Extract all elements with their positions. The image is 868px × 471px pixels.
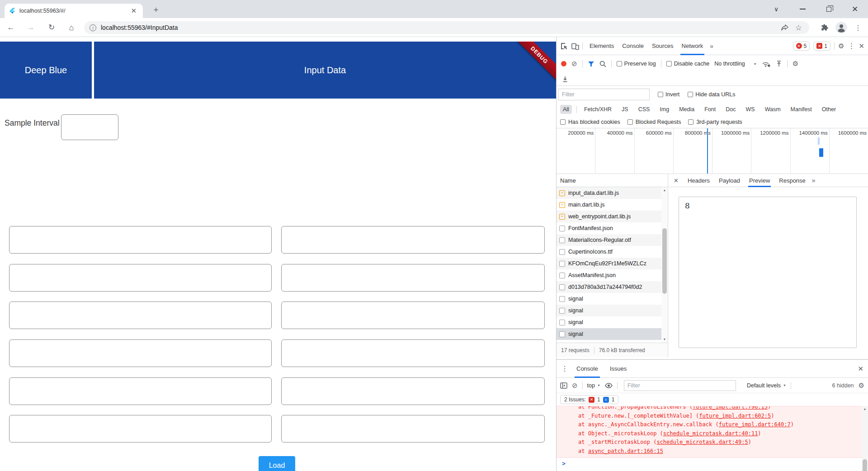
detail-tab-preview[interactable]: Preview	[745, 174, 774, 187]
more-detail-tabs-icon[interactable]: »	[812, 177, 816, 184]
scroll-up-icon[interactable]: ▲	[862, 406, 868, 412]
checkbox-icon[interactable]	[666, 61, 672, 66]
devtools-tab-network[interactable]: Network	[678, 37, 708, 55]
network-option-blocked-requests[interactable]: Blocked Requests	[627, 119, 681, 125]
clear-network-log-icon[interactable]: ⊘	[571, 60, 577, 68]
detail-tab-response[interactable]: Response	[774, 174, 810, 187]
data-input-field[interactable]	[9, 377, 272, 405]
data-input-field[interactable]	[9, 226, 272, 254]
network-request-row[interactable]: MaterialIcons-Regular.otf	[557, 234, 662, 246]
checkbox-icon[interactable]	[688, 92, 693, 97]
network-request-row[interactable]: signal	[557, 316, 662, 328]
name-column-header[interactable]: Name	[557, 174, 668, 187]
checkbox-icon[interactable]	[688, 119, 693, 125]
load-button[interactable]: Load	[259, 456, 295, 471]
type-filter-wasm[interactable]: Wasm	[762, 105, 783, 114]
type-filter-doc[interactable]: Doc	[723, 105, 738, 114]
checkbox-icon[interactable]	[627, 119, 633, 125]
data-input-field[interactable]	[281, 301, 545, 329]
checkbox-icon[interactable]	[560, 119, 566, 125]
type-filter-media[interactable]: Media	[676, 105, 697, 114]
network-request-row[interactable]: CupertinoIcons.ttf	[557, 246, 662, 258]
type-filter-fetch-xhr[interactable]: Fetch/XHR	[581, 105, 614, 114]
network-request-row[interactable]: signal	[557, 328, 662, 340]
type-filter-css[interactable]: CSS	[636, 105, 653, 114]
scrollbar-thumb[interactable]	[863, 459, 867, 471]
issues-counter-pill[interactable]: 2 Issues: ✕ 1 ≡ 1	[560, 395, 618, 404]
preserve-log-checkbox[interactable]: Preserve log	[617, 61, 656, 67]
type-filter-all[interactable]: All	[560, 105, 572, 114]
window-restore-button[interactable]	[816, 0, 842, 18]
source-location-link[interactable]: schedule_microtask.dart:49:5	[656, 439, 748, 445]
throttling-select[interactable]: No throttling ▼	[714, 61, 756, 67]
data-input-field[interactable]	[9, 301, 272, 329]
new-tab-button[interactable]: +	[150, 5, 162, 16]
bookmark-star-icon[interactable]: ☆	[795, 23, 802, 33]
tab-close-icon[interactable]: ✕	[129, 7, 138, 15]
invert-checkbox[interactable]: Invert	[658, 91, 679, 98]
detail-tab-headers[interactable]: Headers	[683, 174, 714, 187]
devtools-close-icon[interactable]: ✕	[859, 42, 864, 50]
console-error-message[interactable]: at Function._propagateToListeners (futur…	[557, 406, 862, 458]
window-minimize-button[interactable]	[789, 0, 816, 18]
network-request-row[interactable]: signal	[557, 293, 662, 305]
window-close-button[interactable]: ✕	[842, 0, 868, 18]
devtools-menu-icon[interactable]: ⋮	[848, 42, 855, 50]
source-location-link[interactable]: schedule_microtask.dart:40:11	[663, 430, 758, 437]
console-drawer-tab-console[interactable]: Console	[575, 360, 600, 378]
data-input-field[interactable]	[281, 264, 545, 292]
window-menu-chevron-icon[interactable]: ∨	[763, 0, 789, 18]
site-info-icon[interactable]: i	[90, 24, 96, 31]
reload-button[interactable]: ↻	[46, 22, 57, 33]
forward-button[interactable]: →	[25, 22, 36, 33]
omnibox[interactable]: i localhost:55963/#InputData ☆	[84, 21, 809, 34]
back-button[interactable]: ←	[5, 22, 16, 33]
disable-cache-checkbox[interactable]: Disable cache	[666, 61, 710, 67]
browser-menu-icon[interactable]: ⋮	[854, 24, 862, 32]
console-prompt-chevron[interactable]: >	[562, 460, 566, 467]
source-location-link[interactable]: future_impl.dart:640:7	[719, 421, 791, 428]
device-toolbar-icon[interactable]	[571, 42, 580, 50]
close-detail-icon[interactable]: ✕	[671, 177, 681, 184]
checkbox-icon[interactable]	[658, 92, 663, 97]
network-filter-input[interactable]	[558, 89, 650, 100]
devtools-tab-console[interactable]: Console	[618, 37, 648, 55]
request-list-scrollbar[interactable]: ▲ ▼	[661, 187, 668, 343]
share-icon[interactable]	[781, 24, 789, 31]
type-filter-ws[interactable]: WS	[743, 105, 757, 114]
console-settings-gear-icon[interactable]: ⚙	[859, 382, 864, 390]
more-tabs-icon[interactable]: »	[710, 42, 713, 50]
preview-content[interactable]: 8	[679, 197, 857, 348]
network-option-has-blocked-cookies[interactable]: Has blocked cookies	[560, 119, 620, 125]
detail-tab-payload[interactable]: Payload	[714, 174, 745, 187]
inspect-element-icon[interactable]	[560, 42, 568, 50]
record-network-log-button[interactable]	[561, 61, 566, 66]
type-filter-other[interactable]: Other	[819, 105, 839, 114]
data-input-field[interactable]	[281, 415, 545, 443]
search-icon[interactable]	[599, 61, 606, 67]
export-har-download-icon[interactable]	[562, 76, 568, 82]
data-input-field[interactable]	[9, 415, 272, 443]
network-conditions-icon[interactable]	[762, 61, 771, 67]
profile-avatar[interactable]	[835, 22, 847, 33]
source-location-link[interactable]: future_impl.dart:602:5	[699, 413, 771, 419]
console-sidebar-toggle-icon[interactable]	[560, 382, 567, 389]
hide-data-urls-checkbox[interactable]: Hide data URLs	[688, 91, 735, 98]
filter-funnel-icon[interactable]	[588, 61, 594, 67]
source-location-link[interactable]: future_impl.dart:796:15	[693, 406, 768, 410]
log-levels-select[interactable]: Default levels ▼	[747, 382, 786, 389]
data-input-field[interactable]	[281, 226, 545, 254]
console-drawer-tab-issues[interactable]: Issues	[608, 360, 629, 378]
type-filter-js[interactable]: JS	[619, 105, 631, 114]
drawer-menu-icon[interactable]: ⋮	[561, 364, 568, 373]
url-text[interactable]: localhost:55963/#InputData	[101, 24, 781, 31]
close-drawer-icon[interactable]: ✕	[858, 365, 863, 373]
devtools-tab-sources[interactable]: Sources	[648, 37, 678, 55]
console-scrollbar[interactable]: ▲	[862, 406, 868, 471]
network-request-row[interactable]: KFOmCnqEu92Fr1Me5WZLCz	[557, 258, 662, 269]
home-button[interactable]: ⌂	[66, 22, 77, 33]
network-request-row[interactable]: signal	[557, 305, 662, 316]
network-request-row[interactable]: AssetManifest.json	[557, 269, 662, 281]
import-har-icon[interactable]	[776, 61, 782, 67]
console-filter-input[interactable]	[624, 380, 736, 391]
